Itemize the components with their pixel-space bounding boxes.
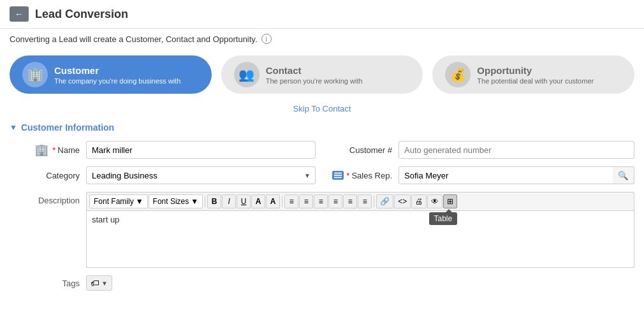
name-col: 🏢 * Name — [10, 141, 316, 159]
preview-button[interactable]: 👁 — [427, 194, 443, 208]
svg-rect-0 — [334, 173, 342, 174]
salesrep-required: * — [346, 171, 349, 180]
font-family-label: Font Family — [94, 197, 134, 206]
page-title: Lead Conversion — [35, 8, 128, 21]
name-input[interactable] — [86, 141, 316, 159]
description-editor[interactable]: start up — [86, 210, 634, 268]
description-field: Font Family ▼ Font Sizes ▼ B I U A A — [86, 192, 634, 268]
form-area: 🏢 * Name Customer # Category — [0, 138, 644, 308]
step-contact[interactable]: 👥 Contact The person you're working with — [221, 55, 423, 94]
rte-wrapper: start up — [86, 210, 634, 268]
ordered-list-button[interactable]: ≡ — [358, 194, 372, 208]
name-label: Name — [57, 145, 80, 155]
code-button[interactable]: <> — [394, 194, 411, 208]
category-field-wrapper: Leading Business ▼ — [86, 166, 316, 184]
font-family-dropdown[interactable]: Font Family ▼ — [89, 194, 148, 208]
skip-link-container: Skip To Contact — [0, 100, 644, 117]
category-select[interactable]: Leading Business — [86, 166, 316, 184]
font-family-arrow: ▼ — [136, 197, 143, 206]
sales-rep-input[interactable] — [399, 166, 634, 184]
svg-rect-2 — [334, 177, 342, 178]
subtitle: Converting a Lead will create a Customer… — [0, 29, 644, 49]
tag-icon: 🏷 — [91, 278, 99, 288]
customer-num-col: Customer # — [328, 141, 634, 159]
description-label: Description — [10, 192, 86, 205]
section-header[interactable]: ▼ Customer Information — [0, 117, 644, 138]
category-salesrep-row: Category Leading Business ▼ * Sales Rep. — [10, 166, 634, 184]
back-button[interactable]: ← — [10, 6, 29, 22]
name-customer-row: 🏢 * Name Customer # — [10, 141, 634, 159]
steps-container: 🏢 Customer The company you're doing busi… — [0, 49, 644, 100]
align-left-button[interactable]: ≡ — [284, 194, 298, 208]
table-btn-wrapper: ⊞ Table — [443, 194, 457, 208]
section-label: Customer Information — [21, 122, 114, 133]
sales-rep-label: Sales Rep. — [351, 171, 392, 180]
building-icon: 🏢 — [34, 143, 48, 157]
category-label: Category — [46, 171, 80, 180]
align-right-button[interactable]: ≡ — [314, 194, 328, 208]
print-button[interactable]: 🖨 — [411, 194, 427, 208]
svg-rect-1 — [334, 175, 342, 176]
step-customer[interactable]: 🏢 Customer The company you're doing busi… — [10, 55, 212, 94]
category-col: Category Leading Business ▼ — [10, 166, 316, 184]
toolbar-separator-2 — [282, 196, 282, 207]
underline-button[interactable]: U — [237, 194, 251, 208]
italic-button[interactable]: I — [222, 194, 236, 208]
table-button[interactable]: ⊞ — [443, 194, 457, 208]
font-sizes-label: Font Sizes — [153, 197, 189, 206]
toolbar-separator-1 — [205, 196, 205, 207]
opportunity-step-desc: The potential deal with your customer — [477, 77, 594, 85]
salesrep-col: * Sales Rep. 🔍 — [328, 166, 634, 184]
tags-button[interactable]: 🏷 ▼ — [86, 275, 112, 291]
highlight-label: A — [270, 197, 276, 206]
sales-rep-icon — [332, 171, 344, 180]
bold-button[interactable]: B — [207, 194, 221, 208]
link-button[interactable]: 🔗 — [376, 194, 393, 208]
highlight-button[interactable]: A — [266, 194, 280, 208]
subtitle-text: Converting a Lead will create a Customer… — [10, 34, 258, 44]
rte-toolbar: Font Family ▼ Font Sizes ▼ B I U A A — [86, 192, 634, 210]
customer-icon: 🏢 — [22, 62, 48, 87]
customer-step-desc: The company you're doing business with — [54, 77, 180, 85]
description-row: Description Font Family ▼ Font Sizes ▼ B… — [10, 192, 634, 268]
toolbar-separator-3 — [374, 196, 374, 207]
customer-num-input[interactable] — [399, 141, 634, 159]
chevron-down-icon: ▼ — [10, 123, 17, 132]
table-tooltip: Table — [429, 212, 458, 225]
name-field-wrapper — [86, 141, 316, 159]
opportunity-icon: 💰 — [445, 62, 471, 87]
font-color-button[interactable]: A — [251, 194, 265, 208]
customer-num-label: Customer # — [349, 145, 392, 155]
salesrep-field-wrapper: 🔍 — [399, 166, 634, 184]
tags-row: Tags 🏷 ▼ — [10, 275, 634, 291]
info-icon[interactable]: i — [261, 34, 272, 44]
name-required: * — [52, 145, 55, 155]
unordered-list-button[interactable]: ≡ — [343, 194, 357, 208]
step-opportunity[interactable]: 💰 Opportunity The potential deal with yo… — [432, 55, 634, 94]
skip-to-contact-link[interactable]: Skip To Contact — [293, 104, 351, 113]
tags-field: 🏷 ▼ — [86, 275, 112, 291]
contact-icon: 👥 — [234, 62, 260, 87]
font-sizes-arrow: ▼ — [191, 197, 198, 206]
category-select-wrapper: Leading Business ▼ — [86, 166, 316, 184]
customer-step-label: Customer — [54, 65, 180, 76]
opportunity-step-label: Opportunity — [477, 65, 594, 76]
align-center-button[interactable]: ≡ — [299, 194, 313, 208]
tag-dropdown-arrow: ▼ — [101, 280, 108, 287]
customer-num-field-wrapper — [399, 141, 634, 159]
justify-button[interactable]: ≡ — [328, 194, 342, 208]
sales-rep-search-button[interactable]: 🔍 — [613, 166, 634, 184]
tags-label: Tags — [10, 279, 86, 288]
page-header: ← Lead Conversion — [0, 0, 644, 29]
contact-step-desc: The person you're working with — [266, 77, 363, 85]
description-content: start up — [92, 215, 119, 224]
font-color-label: A — [256, 197, 261, 206]
font-sizes-dropdown[interactable]: Font Sizes ▼ — [149, 194, 203, 208]
contact-step-label: Contact — [266, 65, 363, 76]
